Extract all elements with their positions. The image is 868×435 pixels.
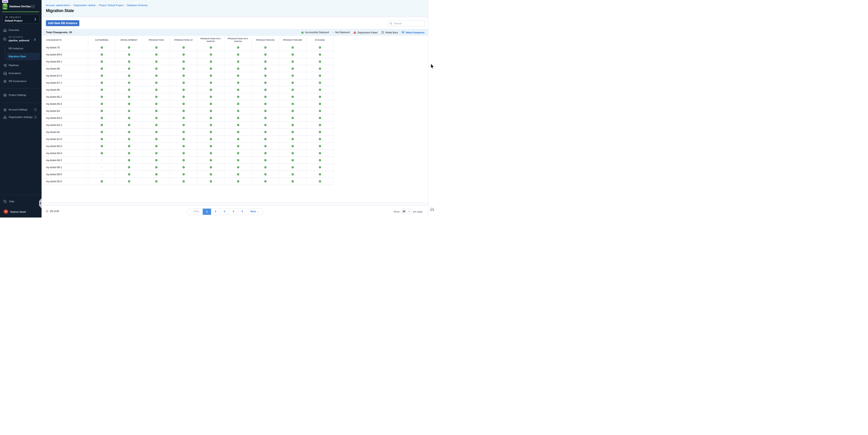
svg-text:?: ? bbox=[4, 200, 5, 202]
